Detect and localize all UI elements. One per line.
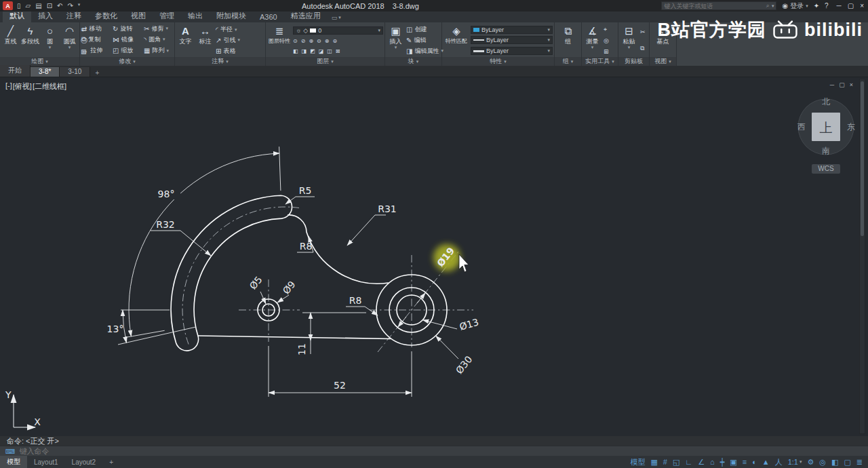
transparency-icon[interactable]: ◐ [752,458,757,466]
trim-button[interactable]: ✂修剪▾ [144,24,173,33]
doc-close-icon[interactable]: × [850,81,853,88]
panel-label-layers[interactable]: 图层▾ [266,57,384,66]
annotation-scale-button[interactable]: 1:1▾ [788,458,802,466]
group-button[interactable]: ⧉ 组 [559,24,577,57]
model-tab[interactable]: 模型 [0,456,27,468]
new-file-icon[interactable]: ▯ [17,2,21,9]
lineweight-icon[interactable]: ≡ [743,458,747,466]
mirror-button[interactable]: ⋈镜像 [113,35,142,44]
workspace-gear-icon[interactable]: ⚙ [807,458,814,467]
polyline-button[interactable]: ϟ 多段线 [21,24,39,57]
panel-label-properties[interactable]: 特性▾ [442,57,554,66]
search-input[interactable] [664,3,764,9]
drawing-canvas[interactable]: [-] [俯视] [二维线框] ─ ▢ × [0,77,868,436]
customize-icon[interactable]: ≣ [856,458,863,467]
circle-flyout-icon[interactable]: ▾ [49,45,52,50]
search-icon[interactable]: ⌕ [766,2,770,9]
autocad-logo-icon[interactable]: A [3,1,13,10]
close-button[interactable]: × [860,2,864,9]
tab-a360[interactable]: A360 [253,12,284,22]
panel-label-clipboard[interactable]: 剪贴板 [618,57,649,66]
layer-tool-icon[interactable]: ⊕ [309,38,313,44]
polar-tracking-icon[interactable]: ∠ [698,458,705,467]
infer-constraints-icon[interactable]: ◱ [673,458,679,467]
redo-icon[interactable]: ↷ [67,2,73,9]
move-button[interactable]: ⇄移动 [81,24,111,33]
layer-tool-icon[interactable]: ⊗ [325,38,330,44]
layer-color-swatch[interactable] [310,28,316,33]
layout2-tab[interactable]: Layout2 [65,457,103,467]
visual-style-button[interactable]: [二维线框] [33,81,66,92]
fillet-button[interactable]: ◝圆角▾ [144,35,173,44]
layer-tool-icon[interactable]: ◩ [310,48,315,54]
layer-tool-icon[interactable]: ◧ [293,48,298,54]
layer-tool-icon[interactable]: ◨ [302,48,307,54]
layout1-tab[interactable]: Layout1 [27,457,65,467]
table-button[interactable]: ⊞表格 [216,47,240,56]
minimize-button[interactable]: ─ [837,2,842,9]
create-block-button[interactable]: ◫创建 [406,25,443,34]
circle-button[interactable]: ○ 圆 ▾ [41,24,59,57]
measure-button[interactable]: ∡ 测量 ▾ [583,24,601,57]
help-search[interactable]: ⌕ ▾ [661,1,776,10]
text-button[interactable]: A 文字 [176,24,195,57]
panel-label-annotate[interactable]: 注释▾ [175,57,265,66]
command-input[interactable] [19,447,868,455]
stay-connected-icon[interactable]: ✦ [814,2,819,9]
clean-screen-icon[interactable]: ▢ [844,458,850,467]
quick-calc-icon[interactable]: ⊞ [604,48,609,55]
lineweight-dropdown[interactable]: ByLayer ▾ [471,47,553,55]
layer-tool-icon[interactable]: ⊙ [293,38,298,44]
scrollbar-thumb[interactable] [861,81,864,236]
arc-button[interactable]: ◠ 圆弧 ▾ [60,24,79,57]
edit-attributes-button[interactable]: ◨编辑属性▾ [406,47,443,56]
panel-label-block[interactable]: 块▾ [385,57,441,66]
tab-annotate[interactable]: 注释 [60,10,88,22]
linetype-dropdown[interactable]: ByLayer ▾ [471,36,553,44]
viewcube-south[interactable]: 南 [822,146,830,155]
layer-tool-icon[interactable]: ⊠ [336,48,340,54]
quick-select-icon[interactable]: ◎ [604,37,609,44]
view-direction-button[interactable]: [俯视] [13,81,32,92]
layer-tool-icon[interactable]: ⊜ [333,38,338,44]
tab-parametric[interactable]: 参数化 [88,10,124,22]
stretch-button[interactable]: ↔拉伸 [81,46,111,55]
snap-icon[interactable]: # [663,458,667,466]
save-icon[interactable]: ▤ [35,2,41,9]
layer-freeze-icon[interactable]: ◇ [303,27,308,34]
undo-icon[interactable]: ↶ [57,2,62,9]
tab-output[interactable]: 输出 [181,10,210,22]
panel-label-utilities[interactable]: 实用工具▾ [582,57,618,66]
layer-tool-icon[interactable]: ⊘ [301,38,306,44]
annotation-scale-icon[interactable]: 人 [775,457,783,467]
isolate-objects-icon[interactable]: ◧ [831,458,838,467]
search-options-icon[interactable]: ▾ [772,3,774,9]
tab-featured-apps[interactable]: 精选应用 [284,10,328,22]
viewcube[interactable]: 上 北 南 西 东 WCS [797,97,855,174]
match-properties-button[interactable]: ◈ 特性匹配 [443,24,469,57]
object-snap-tracking-icon[interactable]: ┿ [720,458,725,467]
copy-button[interactable]: ⧉复制 [81,35,111,44]
line-button[interactable]: ╱ 直线 [1,24,20,57]
dimension-button[interactable]: ↔ 标注 [196,24,214,57]
layer-tool-icon[interactable]: ◫ [327,48,332,54]
signin-button[interactable]: ◉ 登录 ▾ [782,1,808,11]
viewcube-north[interactable]: 北 [822,97,830,106]
restore-button[interactable]: ▢ [848,2,854,9]
panel-label-modify[interactable]: 修改▾ [80,57,174,66]
array-button[interactable]: ▦阵列▾ [144,46,173,55]
vertical-scrollbar[interactable] [859,79,865,434]
edit-block-button[interactable]: ✎编辑 [406,36,443,45]
panel-label-groups[interactable]: 组▾ [555,57,581,66]
new-layout-button[interactable]: + [102,457,120,467]
layer-tool-icon[interactable]: ◪ [319,48,324,54]
scale-button[interactable]: ◰缩放 [113,46,142,55]
color-dropdown[interactable]: ByLayer ▾ [471,26,553,34]
annotation-monitor-icon[interactable]: ◎ [819,458,826,467]
annotation-visibility-icon[interactable]: ▲ [762,458,770,466]
file-tab-other-drawing[interactable]: 3-10 [60,67,90,77]
viewport-menu-button[interactable]: [-] [5,81,12,92]
new-drawing-tab-button[interactable]: + [90,69,104,77]
grid-icon[interactable]: ▦ [650,458,657,467]
layer-on-icon[interactable]: ☼ [296,27,301,34]
